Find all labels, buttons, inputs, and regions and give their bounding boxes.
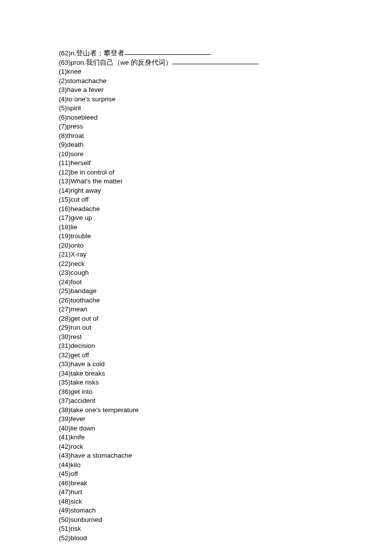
list-item: (20)onto [59,241,392,251]
list-item: (5)spirit [59,104,392,113]
list-item: (23)cough [59,268,392,278]
list-item: (41)knife [59,433,392,442]
list-item: (44)kilo [59,461,392,470]
list-item: (36)get into [59,387,392,397]
list-item: (11)herself [59,159,392,168]
list-item: (38)take one's temperature [59,406,392,415]
list-item: (45)off [59,470,392,479]
list-item: (43)have a stomachache [59,451,392,461]
list-item: (14)right away [59,186,392,196]
list-item: (52)blood [59,534,392,543]
blank-underline [124,54,211,55]
list-item: (46)break [59,479,392,488]
list-item: (12)be in control of [59,168,392,177]
list-item: (7)press [59,122,392,131]
list-item: (37)accident [59,396,392,406]
list-item: (15)cut off [59,195,392,205]
list-item: (26)toothache [59,296,392,305]
fill-in-line: (62)n.登山者；攀登者 [59,49,392,58]
list-item: (34)take breaks [59,369,392,379]
fill-in-line: (63)pron.我们自己（we 的反身代词） [59,58,392,68]
list-item: (17)give up [59,213,392,223]
list-item: (4)to one's surprise [59,95,392,104]
list-item: (10)sore [59,150,392,159]
document-content: (62)n.登山者；攀登者(63)pron.我们自己（we 的反身代词）(1)k… [59,49,392,543]
list-item: (32)get off [59,351,392,360]
list-item: (27)mean [59,305,392,314]
list-item: (19)trouble [59,232,392,241]
list-item: (16)headache [59,205,392,214]
line-text: (63)pron.我们自己（we 的反身代词） [59,59,172,66]
list-item: (21)X-ray [59,250,392,259]
list-item: (1)knee [59,67,392,77]
list-item: (13)What's the matter [59,177,392,186]
list-item: (50)sunburned [59,515,392,525]
list-item: (31)decision [59,342,392,351]
list-item: (51)risk [59,524,392,534]
list-item: (8)throat [59,131,392,141]
list-item: (28)get out of [59,314,392,324]
list-item: (30)rest [59,333,392,342]
list-item: (22)neck [59,259,392,269]
list-item: (3)have a fever [59,85,392,95]
list-item: (33)have a cold [59,360,392,369]
line-text: (62)n.登山者；攀登者 [59,49,124,57]
list-item: (6)nosebleed [59,113,392,123]
list-item: (2)stomachache [59,77,392,86]
list-item: (24)foot [59,278,392,287]
list-item: (35)take risks [59,378,392,387]
list-item: (47)hurt [59,488,392,497]
list-item: (39)fever [59,415,392,424]
list-item: (49)stomach [59,506,392,515]
list-item: (48)sick [59,497,392,507]
blank-underline [172,64,259,64]
list-item: (18)lie [59,223,392,232]
list-item: (42)rock [59,442,392,452]
list-item: (25)bandage [59,287,392,296]
list-item: (40)lie down [59,424,392,433]
list-item: (9)death [59,140,392,150]
list-item: (29)run out [59,323,392,333]
